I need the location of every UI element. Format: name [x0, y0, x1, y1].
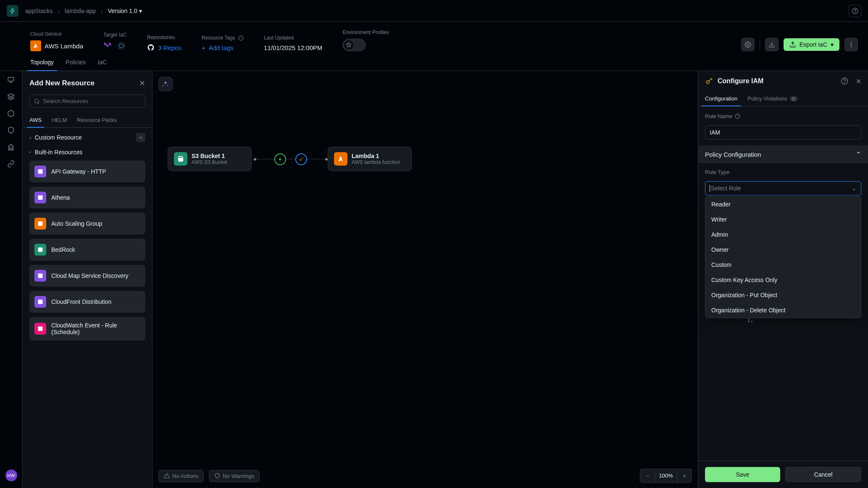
- resource-item[interactable]: API Gateway - HTTP: [29, 161, 145, 182]
- key-chip-icon[interactable]: [295, 153, 307, 165]
- cloud-service-value: AWS Lambda: [45, 42, 83, 50]
- aws-lambda-icon: [30, 40, 41, 51]
- canvas-node-lambda[interactable]: Lambda 1 AWS lambda function: [328, 147, 412, 171]
- dropdown-option[interactable]: Owner: [705, 242, 861, 257]
- user-avatar[interactable]: HW: [5, 470, 17, 481]
- chevron-down-icon: ›: [27, 151, 34, 153]
- tab-topology[interactable]: Topology: [30, 59, 54, 71]
- role-type-label: Role Type: [705, 169, 861, 175]
- zoom-out-button[interactable]: −: [640, 469, 655, 483]
- cp-tab-violations[interactable]: Policy Violations 0: [747, 91, 797, 106]
- resource-icon: [34, 166, 46, 177]
- nav-link-icon[interactable]: [7, 160, 16, 169]
- target-iac-label: Target IaC: [103, 32, 127, 38]
- dropdown-option[interactable]: Organization - Delete Object: [705, 303, 861, 318]
- zoom-in-button[interactable]: +: [677, 469, 692, 483]
- breadcrumb-app[interactable]: lambda-app: [65, 8, 96, 14]
- ai-sparkle-button[interactable]: [158, 77, 173, 91]
- resource-item[interactable]: BedRock: [29, 239, 145, 261]
- resource-item[interactable]: Cloud Map Service Discovery: [29, 265, 145, 287]
- chevron-down-icon: ▾: [831, 41, 834, 48]
- canvas-node-s3[interactable]: S3 Bucket 1 AWS S3 Bucket: [168, 147, 252, 171]
- close-icon[interactable]: ✕: [856, 77, 861, 85]
- env-profiles-toggle[interactable]: [342, 39, 366, 51]
- dropdown-option[interactable]: Custom: [705, 257, 861, 272]
- search-input-wrap[interactable]: [29, 95, 145, 108]
- repos-link[interactable]: 3 Repos: [158, 44, 181, 51]
- config-panel-title: Configure IAM: [718, 77, 836, 85]
- key-icon: [705, 77, 713, 85]
- resource-item[interactable]: Athena: [29, 187, 145, 208]
- chevron-down-icon: ⌄: [852, 185, 857, 192]
- nav-monitor-icon[interactable]: [7, 76, 16, 84]
- save-button[interactable]: Save: [705, 467, 780, 482]
- env-profiles-label: Environment Profiles: [342, 29, 389, 35]
- add-tags-button[interactable]: + Add tags: [202, 44, 244, 51]
- resource-icon: [34, 270, 46, 282]
- download-button[interactable]: [765, 38, 779, 51]
- close-icon[interactable]: ✕: [139, 79, 145, 88]
- help-icon[interactable]: [841, 77, 848, 85]
- zoom-value: 100%: [655, 469, 677, 483]
- node-subtitle: AWS lambda function: [352, 159, 400, 165]
- add-custom-button[interactable]: +: [136, 133, 145, 142]
- nav-hexagon-icon[interactable]: [7, 110, 16, 118]
- svg-rect-9: [38, 222, 43, 226]
- dropdown-option[interactable]: Reader: [705, 197, 861, 212]
- rp-tab-aws[interactable]: AWS: [29, 113, 42, 127]
- settings-button[interactable]: [741, 38, 755, 51]
- resource-label: Auto Scaling Group: [51, 220, 102, 227]
- svg-point-15: [706, 81, 709, 84]
- canvas-bottom-bar: No Actions No Warnings − 100% +: [158, 469, 692, 483]
- rp-tab-packs[interactable]: Resource Packs: [77, 113, 117, 127]
- role-name-input[interactable]: [705, 125, 861, 140]
- github-icon: [147, 44, 155, 51]
- cancel-button[interactable]: Cancel: [785, 467, 861, 482]
- resource-item[interactable]: CloudWatch Event - Rule (Schedule): [29, 317, 145, 340]
- breadcrumb: appStacks › lambda-app › Version 1.0 ▾: [25, 8, 142, 14]
- breadcrumb-version[interactable]: Version 1.0 ▾: [108, 8, 142, 14]
- svg-point-14: [300, 159, 301, 161]
- resource-item[interactable]: Auto Scaling Group: [29, 213, 145, 235]
- custom-resource-section[interactable]: ›Custom Resource +: [23, 128, 152, 147]
- last-updated-value: 11/01/2025 12:00PM: [264, 44, 322, 51]
- dropdown-option[interactable]: Custom Key Access Only: [705, 272, 861, 288]
- resource-icon: [34, 192, 46, 203]
- resource-icon: [34, 244, 46, 256]
- svg-point-4: [747, 44, 749, 45]
- nav-bank-icon[interactable]: [7, 143, 16, 152]
- svg-point-2: [119, 44, 123, 47]
- topology-canvas[interactable]: S3 Bucket 1 AWS S3 Bucket Lambda 1 AWS l…: [153, 71, 698, 488]
- dropdown-option[interactable]: Admin: [705, 227, 861, 242]
- export-iac-button[interactable]: Export IaC ▾: [784, 38, 839, 51]
- dropdown-option[interactable]: Organization - Put Object: [705, 288, 861, 303]
- svg-rect-12: [38, 300, 43, 304]
- terraform-icon: [103, 41, 113, 51]
- node-title: Lambda 1: [352, 153, 400, 159]
- resource-item[interactable]: CloudFront Distribution: [29, 291, 145, 313]
- cp-tab-configuration[interactable]: Configuration: [705, 91, 737, 106]
- tab-iac[interactable]: IaC: [97, 59, 107, 71]
- nav-shield-icon[interactable]: [7, 127, 16, 135]
- search-input[interactable]: [43, 98, 141, 104]
- resource-panel: Add New Resource ✕ AWS HELM Resource Pac…: [23, 71, 153, 488]
- builtin-resource-section[interactable]: ›Built-in Resources: [23, 147, 152, 161]
- tab-policies[interactable]: Policies: [66, 59, 86, 71]
- dropdown-option[interactable]: Writer: [705, 212, 861, 227]
- breadcrumb-root[interactable]: appStacks: [25, 8, 53, 14]
- left-nav: HW: [0, 71, 23, 488]
- resource-label: Cloud Map Service Discovery: [51, 272, 129, 279]
- no-actions-pill[interactable]: No Actions: [158, 470, 204, 482]
- app-logo[interactable]: [7, 5, 18, 17]
- helm-icon: [117, 41, 127, 51]
- role-type-select[interactable]: Select Role ⌄: [705, 181, 861, 195]
- nav-layers-icon[interactable]: [7, 93, 16, 101]
- no-warnings-pill[interactable]: No Warnings: [209, 470, 260, 482]
- rp-tab-helm[interactable]: HELM: [52, 113, 67, 127]
- resource-tags-label: Resource Tags: [202, 35, 244, 41]
- resource-icon: [34, 218, 46, 229]
- help-button[interactable]: [849, 5, 861, 17]
- policy-config-section[interactable]: Policy Configuration ⌃: [698, 145, 868, 163]
- lambda-chip-icon[interactable]: [274, 153, 286, 165]
- more-menu-button[interactable]: ⋮: [844, 38, 858, 51]
